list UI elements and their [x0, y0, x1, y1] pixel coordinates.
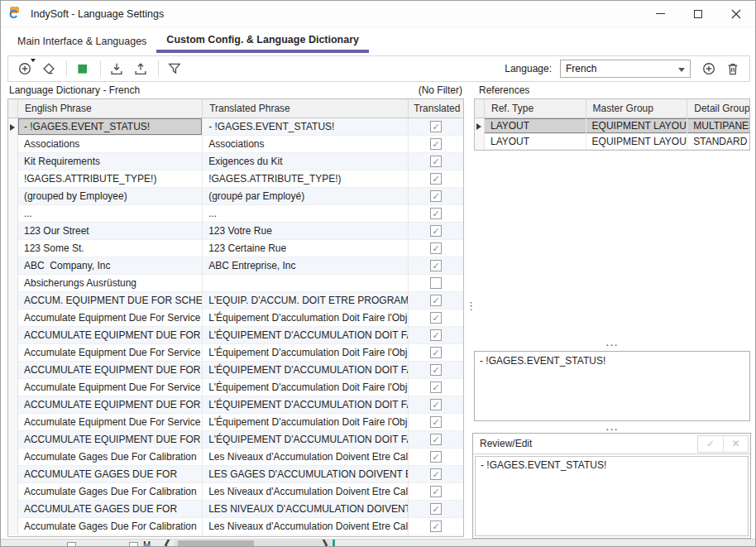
- dictionary-row[interactable]: 123 Some St.123 Certaine Rue✓: [8, 240, 463, 257]
- translated-checkbox[interactable]: ✓: [430, 486, 442, 497]
- translated-checkbox[interactable]: ✓: [430, 225, 442, 237]
- column-header-detail-group[interactable]: Detail Group: [687, 99, 749, 118]
- master-group-cell[interactable]: EQUIPMENT LAYOUTS: [586, 134, 688, 150]
- detail-group-cell[interactable]: MULTIPANEL-: [687, 118, 749, 134]
- translated-phrase-cell[interactable]: LES GAGES D'ACCUMULATION DOIVENT ETRE CA: [203, 466, 409, 483]
- english-phrase-cell[interactable]: (grouped by Employee): [18, 188, 203, 205]
- translated-phrase-cell[interactable]: L'Équipement D'accumulation Doit Faire l…: [203, 414, 409, 431]
- english-phrase-cell[interactable]: ACCUMULATE GAGES DUE FOR: [18, 466, 203, 483]
- horizontal-splitter-handle-bottom[interactable]: ...: [474, 424, 750, 430]
- delete-language-button[interactable]: [725, 60, 741, 77]
- translated-phrase-cell[interactable]: ...: [203, 205, 409, 223]
- translated-check-cell[interactable]: ✓: [409, 501, 463, 518]
- translated-phrase-cell[interactable]: L'Équipement D'accumulation Doit Faire l…: [203, 344, 409, 362]
- translated-phrase-cell[interactable]: [203, 275, 409, 292]
- translated-check-cell[interactable]: ✓: [409, 240, 463, 257]
- column-header-master-group[interactable]: Master Group: [586, 99, 688, 118]
- dictionary-row[interactable]: ACCUMULATE EQUIPMENT DUE FORL'ÉQUIPEMENT…: [8, 327, 463, 344]
- english-phrase-cell[interactable]: ACCUMULATE EQUIPMENT DUE FOR: [18, 431, 203, 449]
- translated-checkbox[interactable]: ✓: [430, 312, 442, 324]
- translated-phrase-cell[interactable]: Les Niveaux d'Accumulation Doivent Etre …: [203, 449, 409, 466]
- translated-phrase-cell[interactable]: L'Équipement D'acculumation Doit Faire l…: [203, 309, 409, 327]
- close-button[interactable]: [717, 1, 755, 27]
- english-phrase-cell[interactable]: ABC Company, Inc: [18, 257, 203, 275]
- column-header-translated-phrase[interactable]: Translated Phrase: [203, 99, 409, 118]
- translated-checkbox[interactable]: ✓: [430, 416, 442, 428]
- translated-check-cell[interactable]: ✓: [409, 396, 463, 414]
- english-phrase-cell[interactable]: ACCUMULATE GAGES DUE FOR: [18, 501, 203, 518]
- english-phrase-cell[interactable]: ACCUM. EQUIPMENT DUE FOR SCHEDULE: [18, 292, 203, 309]
- dictionary-row[interactable]: ACCUMULATE EQUIPMENT DUE FORL'ÉQUIPEMENT…: [8, 431, 463, 449]
- translated-check-cell[interactable]: ✓: [409, 449, 463, 466]
- translated-checkbox[interactable]: ✓: [430, 121, 442, 132]
- english-phrase-cell[interactable]: Accumulate Gages Due For Calibration: [18, 483, 203, 501]
- translated-phrase-cell[interactable]: L'ÉQUIPEMENT D'ACCUMULATION DOIT FAIRE L…: [203, 362, 409, 379]
- dictionary-row[interactable]: 123 Our Street123 Votre Rue✓: [8, 223, 463, 240]
- english-phrase-cell[interactable]: Associations: [18, 136, 203, 153]
- english-phrase-cell[interactable]: Accumulate Equipment Due For Service: [18, 414, 203, 431]
- translated-phrase-cell[interactable]: L'ÉQUIPEMENT D'ACCUMULATION DOIT FAIRE L…: [203, 327, 409, 344]
- dictionary-row[interactable]: ACCUMULATE GAGES DUE FORLES GAGES D'ACCU…: [8, 466, 463, 483]
- export-button[interactable]: [132, 60, 149, 77]
- translated-phrase-cell[interactable]: !GAGES.ATTRIBUTE_TYPE!): [203, 170, 409, 188]
- translated-phrase-cell[interactable]: Exigences du Kit: [203, 153, 409, 170]
- translated-checkbox[interactable]: ✓: [430, 468, 442, 480]
- horizontal-splitter-handle-top[interactable]: ...: [474, 339, 750, 346]
- translated-checkbox[interactable]: ✓: [430, 190, 442, 202]
- translated-checkbox[interactable]: ✓: [430, 173, 442, 185]
- dictionary-row[interactable]: Accumulate Gages Due For CalibrationLes …: [8, 483, 463, 501]
- scroll-right-icon[interactable]: ❯: [320, 539, 329, 547]
- english-phrase-cell[interactable]: 123 Our Street: [18, 223, 203, 240]
- translated-check-cell[interactable]: ✓: [409, 379, 463, 396]
- translated-check-cell[interactable]: ✓: [409, 414, 463, 431]
- translated-check-cell[interactable]: ✓: [409, 188, 463, 205]
- dictionary-row[interactable]: ABC Company, IncABC Entreprise, Inc✓: [8, 257, 463, 275]
- translated-check-cell[interactable]: [409, 275, 463, 292]
- dictionary-row[interactable]: (grouped by Employee)(groupé par Employé…: [8, 188, 463, 205]
- color-swatch-button[interactable]: [74, 60, 91, 77]
- english-phrase-cell[interactable]: !GAGES.ATTRIBUTE_TYPE!): [18, 170, 203, 188]
- add-record-button[interactable]: [17, 60, 33, 77]
- translated-phrase-cell[interactable]: L'EQUIP. D'ACCUM. DOIT ETRE PROGRAMMÉ: [203, 292, 409, 309]
- ref-type-cell[interactable]: LAYOUT: [485, 118, 586, 134]
- ref-type-cell[interactable]: LAYOUT: [485, 134, 586, 150]
- translated-checkbox[interactable]: ✓: [430, 347, 442, 358]
- translated-check-cell[interactable]: ✓: [409, 118, 463, 136]
- dictionary-row[interactable]: Accumulate Equipment Due For ServiceL'Éq…: [8, 414, 463, 431]
- dictionary-row[interactable]: Accumulate Equipment Due For ServiceL'Éq…: [8, 344, 463, 362]
- dictionary-row[interactable]: ACCUMULATE GAGES DUE FORLES NIVEAUX D'AC…: [8, 501, 463, 518]
- translated-check-cell[interactable]: ✓: [409, 292, 463, 309]
- master-group-cell[interactable]: EQUIPMENT LAYOUTS: [586, 118, 688, 134]
- dictionary-row[interactable]: - !GAGES.EVENT_STATUS!- !GAGES.EVENT_STA…: [8, 118, 463, 136]
- english-phrase-cell[interactable]: - !GAGES.EVENT_STATUS!: [18, 118, 203, 136]
- translated-phrase-cell[interactable]: L'Équipement D'accumulation Doit Faire l…: [203, 379, 409, 396]
- english-phrase-cell[interactable]: 123 Some St.: [18, 240, 203, 257]
- translated-phrase-cell[interactable]: L'ÉQUIPEMENT D'ACCUMULATION DOIT FAIRE L…: [203, 431, 409, 449]
- review-accept-button[interactable]: ✓: [698, 436, 723, 452]
- minimize-button[interactable]: [641, 1, 679, 27]
- english-phrase-cell[interactable]: ACCUMULATE EQUIPMENT DUE FOR: [18, 327, 203, 344]
- language-select[interactable]: French: [560, 60, 691, 78]
- add-language-button[interactable]: [701, 60, 717, 77]
- dictionary-row[interactable]: Accumulate Equipment Due For ServiceL'Éq…: [8, 379, 463, 396]
- translated-phrase-cell[interactable]: ABC Entreprise, Inc: [203, 257, 409, 275]
- navigator-checkbox-remnant[interactable]: [67, 542, 76, 547]
- maximize-button[interactable]: [679, 1, 717, 27]
- column-header-english-phrase[interactable]: English Phrase: [18, 99, 203, 118]
- translated-phrase-cell[interactable]: 123 Certaine Rue: [203, 240, 409, 257]
- review-cancel-button[interactable]: ✕: [723, 436, 748, 452]
- import-button[interactable]: [108, 60, 125, 77]
- translated-phrase-cell[interactable]: Associations: [203, 136, 409, 153]
- translated-phrase-cell[interactable]: 123 Votre Rue: [203, 223, 409, 240]
- horizontal-scrollbar-thumb[interactable]: [178, 540, 254, 547]
- english-phrase-cell[interactable]: Kit Requirements: [18, 153, 203, 170]
- translated-phrase-cell[interactable]: LES NIVEAUX D'ACCUMULATION DOIVENT ETRE: [203, 501, 409, 518]
- translated-checkbox[interactable]: ✓: [430, 451, 442, 463]
- translated-checkbox[interactable]: ✓: [430, 434, 442, 445]
- dictionary-row[interactable]: Absicherungs Ausrüstung: [8, 275, 463, 292]
- translated-checkbox[interactable]: ✓: [430, 381, 442, 393]
- dictionary-row[interactable]: ......✓: [8, 205, 463, 223]
- translated-check-cell[interactable]: ✓: [409, 136, 463, 153]
- english-phrase-cell[interactable]: Accumulate Equipment Due For Service: [18, 379, 203, 396]
- reference-row[interactable]: LAYOUTEQUIPMENT LAYOUTSSTANDARD: [475, 134, 749, 150]
